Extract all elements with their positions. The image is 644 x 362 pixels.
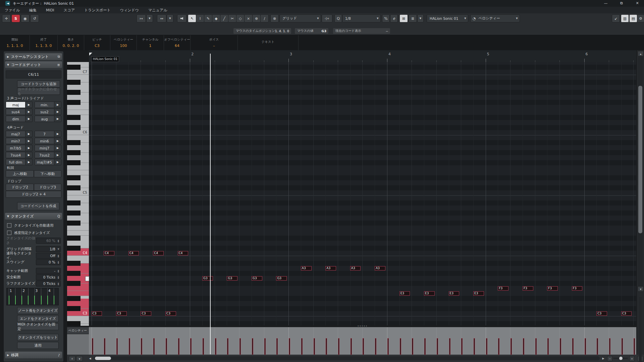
chord-play-arrow-icon[interactable]: ▶ (54, 131, 61, 137)
info-column-0[interactable]: 開始1. 1. 1. 0 (0, 35, 30, 50)
drop2-button[interactable]: ドロップ2 (6, 184, 34, 191)
triad-button-sus2[interactable]: sus2▶ (35, 109, 61, 115)
spin-up-icon[interactable]: ▲ (58, 254, 59, 256)
piano-key-black[interactable] (67, 65, 80, 70)
scroll-left-icon[interactable]: ◀ (88, 356, 92, 361)
glue-tool[interactable]: ◇ (236, 14, 245, 22)
midi-note-C3[interactable]: C3 (116, 311, 127, 316)
chord-play-arrow-icon[interactable]: ▶ (54, 152, 61, 158)
velocity-bar[interactable] (424, 338, 426, 355)
quantize-preset-dropdown[interactable]: 1/8▼ (342, 14, 381, 22)
piano-key-black[interactable] (67, 271, 80, 276)
chord-play-arrow-icon[interactable]: ▶ (25, 152, 32, 158)
triad-button-min[interactable]: min.▶ (35, 102, 61, 108)
midi-note-C3[interactable]: C3 (165, 311, 176, 316)
velocity-bar[interactable] (634, 338, 635, 355)
bottom-zone-button[interactable]: ▤ (629, 14, 637, 22)
menu-item-3[interactable]: スコア (59, 8, 79, 13)
spin-down-icon[interactable]: ▼ (58, 262, 59, 264)
acoustic-feedback-button[interactable]: S (11, 14, 20, 22)
move-down-button[interactable]: 下へ移動 (34, 170, 61, 177)
tetrad-button-min7[interactable]: min7▶ (6, 138, 33, 144)
step-input-button[interactable]: ◉ (21, 14, 30, 22)
velocity-bar[interactable] (116, 338, 118, 355)
nudge-palette-button[interactable]: ↔ (157, 14, 166, 22)
grid-type-dropdown[interactable]: グリッド▼ (279, 14, 321, 22)
line-tool[interactable]: ∕ (260, 14, 269, 22)
triad-button-dim[interactable]: dim▶ (6, 116, 33, 122)
velocity-bar[interactable] (351, 338, 352, 355)
tetrad-button-7sus2[interactable]: 7sus2▶ (35, 152, 61, 158)
spin-down-icon[interactable]: ▼ (58, 271, 59, 273)
dropdown-caret-icon[interactable]: ▼ (56, 248, 60, 250)
info-column-2[interactable]: 長さ0. 0. 2. 0 (58, 35, 84, 50)
velocity-lane-label[interactable]: ベロシティー (67, 327, 89, 334)
midi-note-F3[interactable]: F3 (498, 286, 508, 291)
piano-key-black[interactable] (67, 261, 80, 266)
midi-note-G3[interactable]: G3 (202, 276, 213, 281)
velocity-bar[interactable] (535, 338, 537, 355)
object-selection-tool[interactable]: ↖ (188, 14, 196, 22)
left-zone-button[interactable]: ▥ (621, 14, 629, 22)
tetrad-button-minj7[interactable]: minj7▶ (35, 145, 61, 151)
velocity-bar[interactable] (153, 338, 155, 355)
triad-button-sus4[interactable]: sus4▶ (6, 109, 33, 115)
midi-input-button[interactable]: ↺ (30, 14, 39, 22)
chord-play-arrow-icon[interactable]: ▶ (54, 159, 61, 165)
horizontal-scrollbar[interactable] (94, 356, 600, 360)
menu-item-1[interactable]: 編集 (24, 8, 41, 13)
scroll-up-icon[interactable]: ▲ (638, 51, 644, 56)
section-chord-edit[interactable]: ▼ コードエディット ≣ (5, 61, 62, 68)
section-transpose[interactable]: ▶ 移調 ♪ (5, 352, 62, 358)
scroll-right-icon[interactable]: ▶ (601, 356, 605, 361)
piano-key-black[interactable] (67, 150, 80, 155)
velocity-bar[interactable] (227, 338, 228, 355)
track-list-dropdown[interactable]: ▼ (417, 14, 424, 22)
piano-key-black[interactable] (67, 90, 80, 95)
midi-note-G3[interactable]: G3 (252, 276, 262, 281)
velocity-bar[interactable] (166, 338, 167, 355)
piano-key-black[interactable] (67, 160, 80, 165)
draw-tool[interactable]: ✎ (204, 14, 212, 22)
quantize-action-2[interactable]: MIDI クオンタイズを固定 (17, 323, 59, 330)
note-grid[interactable]: C3C4C3C4C3C4C3C4G3G3G3G3A3A3A3A3E3E3E3E3… (89, 62, 636, 326)
chord-play-arrow-icon[interactable]: ▶ (25, 131, 32, 137)
piano-key-black[interactable] (67, 125, 80, 130)
open-in-window-button[interactable]: ↙ (612, 14, 620, 22)
piano-key-black[interactable] (67, 100, 80, 105)
create-chord-event-button[interactable]: コードイベントを作成 (17, 202, 59, 210)
spin-down-icon[interactable]: ▼ (58, 284, 59, 285)
auto-apply-checkbox[interactable] (7, 223, 11, 228)
piano-key-black[interactable] (67, 210, 80, 216)
midi-note-A3[interactable]: A3 (301, 266, 312, 270)
spin-up-icon[interactable]: ▲ (58, 282, 59, 284)
spinner-icon[interactable]: ▲▼ (56, 269, 60, 273)
quantize-row-field[interactable]: 1/8▼ (36, 246, 61, 252)
velocity-bar[interactable] (461, 338, 463, 355)
chord-play-arrow-icon[interactable]: ▶ (54, 138, 61, 144)
midi-note-E3[interactable]: E3 (424, 291, 435, 296)
autoscroll-button[interactable]: ↦ (137, 14, 146, 22)
piano-key-black[interactable] (67, 185, 80, 190)
quantize-row-field[interactable]: Off▲▼ (36, 253, 61, 259)
velocity-bar[interactable] (486, 338, 487, 355)
velocity-bar[interactable] (572, 338, 574, 355)
chord-play-arrow-icon[interactable]: ▶ (54, 109, 61, 115)
chord-play-arrow-icon[interactable]: ▶ (25, 116, 32, 122)
midi-note-G3[interactable]: G3 (227, 276, 237, 281)
velocity-bar[interactable] (437, 338, 438, 355)
spin-up-icon[interactable]: ▲ (58, 239, 59, 241)
close-button[interactable]: ✕ (633, 1, 642, 6)
midi-note-F3[interactable]: F3 (523, 286, 533, 291)
midi-note-A3[interactable]: A3 (325, 266, 336, 270)
velocity-bar[interactable] (375, 338, 376, 355)
chord-play-arrow-icon[interactable]: ▶ (25, 102, 32, 108)
info-column-1[interactable]: 終了1. 1. 3. 0 (30, 35, 58, 50)
spinner-icon[interactable]: ▲▼ (56, 282, 60, 285)
velocity-bar[interactable] (498, 338, 499, 355)
velocity-bar[interactable] (326, 338, 327, 355)
velocity-bar[interactable] (190, 338, 192, 355)
snap-type-button[interactable]: -|+ (322, 14, 332, 22)
move-up-button[interactable]: 上へ移動 (6, 170, 34, 177)
quantize-bottom-0[interactable]: クオンタイズをリセット (17, 334, 59, 341)
